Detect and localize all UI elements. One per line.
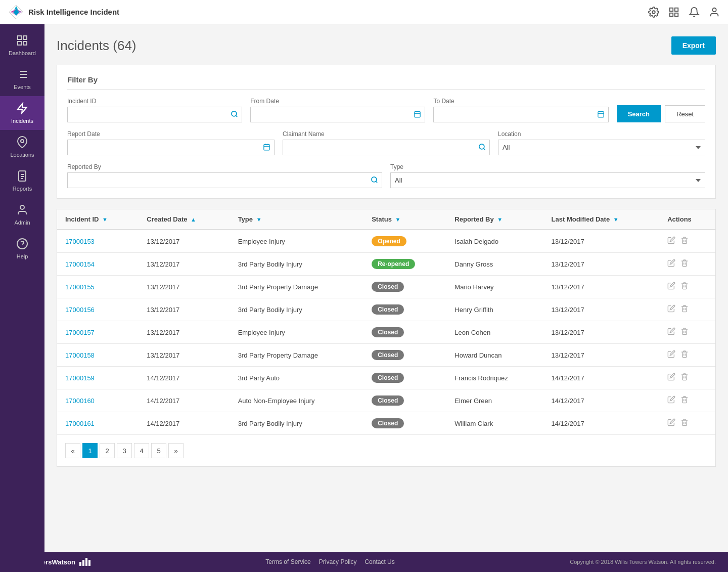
- page-3-button[interactable]: 3: [117, 443, 132, 458]
- col-incident-id[interactable]: Incident ID ▼: [57, 209, 139, 230]
- incident-id-link[interactable]: 17000156: [65, 306, 95, 314]
- cell-actions: [659, 321, 715, 344]
- claimant-name-input[interactable]: [283, 140, 490, 155]
- cell-reported-by: Mario Harvey: [446, 276, 543, 298]
- contact-link[interactable]: Contact Us: [365, 558, 394, 565]
- user-icon[interactable]: [709, 7, 720, 18]
- action-icons: [667, 373, 707, 383]
- report-date-input[interactable]: [67, 140, 275, 155]
- status-badge: Re-opened: [372, 259, 415, 269]
- sidebar-item-help[interactable]: Help: [0, 232, 44, 266]
- settings-icon[interactable]: [648, 7, 659, 18]
- incident-id-link[interactable]: 17000153: [65, 238, 95, 245]
- reports-label: Reports: [13, 186, 32, 192]
- delete-icon[interactable]: [680, 418, 689, 428]
- edit-icon[interactable]: [667, 395, 675, 406]
- cell-created-date: 14/12/2017: [139, 367, 230, 389]
- cell-type: 3rd Party Bodily Injury: [230, 298, 364, 321]
- incident-id-link[interactable]: 17000155: [65, 283, 95, 291]
- search-button[interactable]: Search: [617, 105, 661, 122]
- terms-link[interactable]: Terms of Service: [265, 558, 310, 565]
- page-1-button[interactable]: 1: [82, 443, 98, 458]
- delete-icon[interactable]: [680, 236, 689, 246]
- edit-icon[interactable]: [667, 327, 675, 337]
- delete-icon[interactable]: [680, 373, 689, 383]
- incident-id-input[interactable]: [67, 107, 242, 122]
- sidebar-item-incidents[interactable]: Incidents: [0, 96, 44, 130]
- delete-icon[interactable]: [680, 395, 689, 406]
- to-date-group: To Date: [433, 98, 608, 122]
- col-type[interactable]: Type ▼: [230, 209, 364, 230]
- incidents-table: Incident ID ▼ Created Date ▲ Type ▼ Stat…: [57, 209, 715, 435]
- reported-by-input[interactable]: [67, 172, 382, 188]
- col-created-date[interactable]: Created Date ▲: [139, 209, 230, 230]
- delete-icon[interactable]: [680, 304, 689, 315]
- cell-incident-id: 17000153: [57, 230, 139, 253]
- incident-id-link[interactable]: 17000159: [65, 374, 95, 382]
- svg-point-24: [21, 140, 24, 143]
- col-last-modified[interactable]: Last Modified Date ▼: [543, 209, 660, 230]
- incident-id-link[interactable]: 17000154: [65, 260, 95, 268]
- table-row: 17000153 13/12/2017 Employee Injury Open…: [57, 230, 715, 253]
- cell-actions: [659, 344, 715, 367]
- edit-icon[interactable]: [667, 259, 675, 269]
- type-select[interactable]: All: [390, 172, 705, 188]
- from-date-input[interactable]: [250, 107, 425, 122]
- incident-id-link[interactable]: 17000157: [65, 329, 95, 336]
- privacy-link[interactable]: Privacy Policy: [319, 558, 357, 565]
- col-status[interactable]: Status ▼: [363, 209, 446, 230]
- reset-button[interactable]: Reset: [665, 105, 705, 122]
- cell-status: Closed: [363, 298, 446, 321]
- delete-icon[interactable]: [680, 259, 689, 269]
- svg-marker-23: [18, 103, 27, 113]
- incident-id-link[interactable]: 17000158: [65, 351, 95, 359]
- filter-row-2: Report Date Claimant Name: [67, 130, 705, 155]
- incident-id-link[interactable]: 17000161: [65, 420, 95, 427]
- table-row: 17000158 13/12/2017 3rd Party Property D…: [57, 344, 715, 367]
- status-badge: Closed: [372, 418, 404, 428]
- sidebar-item-reports[interactable]: Reports: [0, 164, 44, 198]
- table-header-row: Incident ID ▼ Created Date ▲ Type ▼ Stat…: [57, 209, 715, 230]
- page-prev-button[interactable]: «: [65, 443, 80, 458]
- col-reported-by[interactable]: Reported By ▼: [446, 209, 543, 230]
- reports-icon: [16, 170, 28, 184]
- page-next-button[interactable]: »: [168, 443, 184, 458]
- cell-created-date: 13/12/2017: [139, 344, 230, 367]
- sidebar-item-events[interactable]: Events: [0, 62, 44, 96]
- grid-icon[interactable]: [668, 7, 679, 18]
- sidebar-item-locations[interactable]: Locations: [0, 130, 44, 164]
- bell-icon[interactable]: [689, 7, 700, 18]
- sort-icon-reported-by: ▼: [497, 216, 503, 223]
- delete-icon[interactable]: [680, 282, 689, 292]
- footer-links: Terms of Service Privacy Policy Contact …: [265, 558, 394, 565]
- delete-icon[interactable]: [680, 350, 689, 360]
- cell-last-modified: 13/12/2017: [543, 321, 660, 344]
- cell-created-date: 13/12/2017: [139, 298, 230, 321]
- sidebar-item-dashboard[interactable]: Dashboard: [0, 28, 44, 62]
- dashboard-icon: [16, 34, 28, 48]
- location-select[interactable]: All: [498, 140, 705, 155]
- svg-rect-10: [675, 13, 678, 16]
- edit-icon[interactable]: [667, 236, 675, 246]
- svg-rect-16: [18, 41, 21, 45]
- wtw-logo-bars: [79, 558, 90, 566]
- edit-icon[interactable]: [667, 350, 675, 360]
- page-5-button[interactable]: 5: [151, 443, 166, 458]
- filter-card: Filter By Incident ID From Date: [57, 65, 716, 199]
- page-4-button[interactable]: 4: [134, 443, 149, 458]
- cell-last-modified: 13/12/2017: [543, 253, 660, 276]
- page-2-button[interactable]: 2: [100, 443, 115, 458]
- to-date-input[interactable]: [433, 107, 608, 122]
- delete-icon[interactable]: [680, 327, 689, 337]
- incident-id-link[interactable]: 17000160: [65, 397, 95, 405]
- edit-icon[interactable]: [667, 304, 675, 315]
- table-row: 17000160 14/12/2017 Auto Non-Employee In…: [57, 389, 715, 412]
- edit-icon[interactable]: [667, 282, 675, 292]
- export-button[interactable]: Export: [671, 36, 716, 55]
- sidebar: Dashboard Events Incidents Location: [0, 24, 44, 572]
- edit-icon[interactable]: [667, 418, 675, 428]
- locations-label: Locations: [10, 152, 34, 158]
- edit-icon[interactable]: [667, 373, 675, 383]
- footer-copyright: Copyright © 2018 Willis Towers Watson. A…: [570, 559, 716, 565]
- sidebar-item-admin[interactable]: Admin: [0, 198, 44, 232]
